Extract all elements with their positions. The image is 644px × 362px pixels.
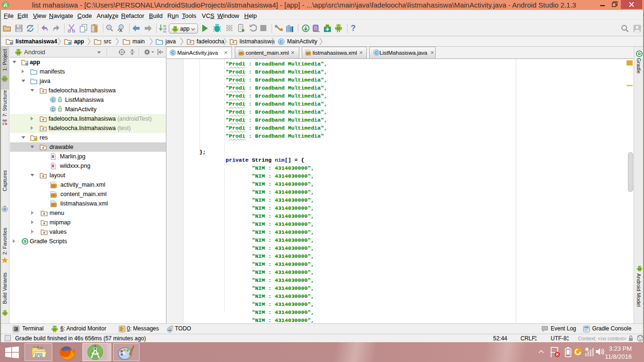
svg-text:01: 01 — [163, 30, 167, 33]
svg-text:C: C — [280, 39, 283, 44]
svg-text:A: A — [119, 28, 123, 33]
